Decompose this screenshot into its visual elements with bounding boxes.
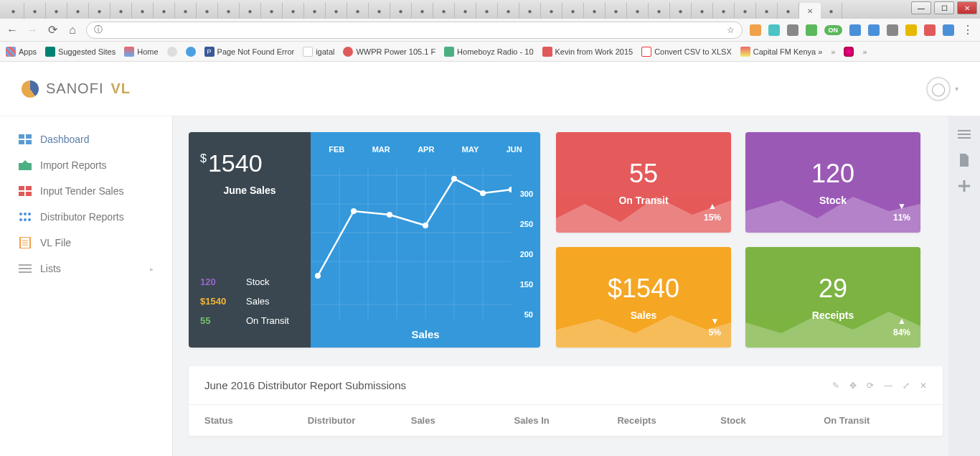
avatar[interactable]: ◯	[926, 77, 951, 101]
bookmark[interactable]: Convert CSV to XLSX	[641, 47, 732, 57]
col-header[interactable]: On Transit	[824, 415, 927, 426]
browser-tab[interactable]: ●	[3, 3, 24, 19]
col-header[interactable]: Distributor	[308, 415, 411, 426]
browser-tab[interactable]: ●	[175, 3, 197, 19]
browser-tab[interactable]: ●	[778, 3, 799, 19]
col-header[interactable]: Sales In	[514, 415, 618, 426]
url-input[interactable]: ⓘ ☆	[86, 22, 743, 39]
browser-tab[interactable]: ●	[821, 3, 842, 19]
stat-card-transit[interactable]: 55 On Transit ▲15%	[556, 132, 731, 233]
browser-tab[interactable]: ●	[412, 3, 433, 19]
browser-tab[interactable]: ●	[347, 3, 369, 19]
move-icon[interactable]: ✥	[849, 381, 857, 391]
browser-tab[interactable]: ●	[154, 3, 175, 19]
avatar-caret-icon[interactable]: ▾	[955, 85, 958, 93]
bookmark[interactable]	[167, 47, 177, 57]
browser-tab[interactable]: ●	[562, 3, 584, 19]
menu-icon[interactable]: ⋮	[961, 24, 974, 37]
brand[interactable]: SANOFI VL	[22, 80, 131, 98]
browser-tab[interactable]: ●	[304, 3, 326, 19]
browser-tab[interactable]: ●	[24, 3, 46, 19]
browser-tab[interactable]: ●	[541, 3, 562, 19]
browser-tab[interactable]: ●	[735, 3, 756, 19]
minimize-icon[interactable]: —	[884, 381, 892, 391]
browser-tab[interactable]: ●	[240, 3, 261, 19]
browser-tab[interactable]: ●	[89, 3, 110, 19]
browser-tab[interactable]: ●	[713, 3, 735, 19]
rail-list-icon[interactable]	[956, 128, 972, 141]
close-icon[interactable]: ✕	[920, 381, 927, 391]
browser-tab-active[interactable]: ✕	[799, 3, 821, 19]
browser-tab[interactable]: ●	[756, 3, 778, 19]
bookmark[interactable]: igatal	[303, 47, 334, 57]
ext-icon[interactable]	[943, 24, 954, 36]
bookmark[interactable]: Capital FM Kenya »	[740, 47, 823, 57]
sidebar-item-dashboard[interactable]: Dashboard	[0, 126, 172, 152]
browser-tab[interactable]: ●	[283, 3, 304, 19]
browser-tab[interactable]: ●	[519, 3, 541, 19]
browser-tab[interactable]: ●	[132, 3, 154, 19]
expand-icon[interactable]: ⤢	[903, 381, 910, 391]
ext-icon[interactable]	[905, 24, 917, 36]
col-header[interactable]: Status	[204, 415, 308, 426]
ext-icon[interactable]	[849, 24, 861, 36]
rail-plus-icon[interactable]	[956, 180, 972, 192]
browser-tab[interactable]: ●	[218, 3, 240, 19]
sidebar-item-vlfile[interactable]: VL File	[0, 230, 172, 256]
ext-icon[interactable]	[806, 24, 817, 36]
col-header[interactable]: Stock	[720, 415, 824, 426]
ext-icon[interactable]	[787, 24, 798, 36]
browser-tab[interactable]: ●	[433, 3, 455, 19]
star-icon[interactable]: ☆	[727, 25, 735, 35]
stat-card-receipts[interactable]: 29 Receipts ▲84%	[745, 247, 920, 348]
bookmark[interactable]: Kevin from Work 2015	[542, 47, 633, 57]
sidebar-item-lists[interactable]: Lists ▸	[0, 256, 172, 281]
browser-tab[interactable]: ●	[197, 3, 218, 19]
bookmark[interactable]	[844, 47, 854, 57]
reload-icon[interactable]: ⟳	[46, 24, 59, 37]
browser-tab[interactable]: ●	[606, 3, 627, 19]
browser-tab[interactable]: ●	[692, 3, 713, 19]
browser-tab[interactable]: ●	[369, 3, 390, 19]
browser-tab[interactable]: ●	[46, 3, 67, 19]
apps-bookmark[interactable]: Apps	[6, 47, 37, 57]
browser-tab[interactable]: ●	[649, 3, 670, 19]
stat-card-stock[interactable]: 120 Stock ▼11%	[745, 132, 920, 233]
bookmark[interactable]: Suggested Sites	[45, 47, 116, 57]
browser-tab[interactable]: ●	[261, 3, 283, 19]
browser-tab[interactable]: ●	[498, 3, 519, 19]
bookmark[interactable]: Homeboyz Radio - 10	[444, 47, 533, 57]
browser-tab[interactable]: ●	[627, 3, 649, 19]
ext-icon[interactable]	[924, 24, 936, 36]
ext-icon[interactable]	[868, 24, 880, 36]
stat-card-sales[interactable]: $1540 Sales ▼5%	[556, 247, 731, 348]
maximize-button[interactable]: ☐	[934, 1, 954, 14]
browser-tab[interactable]: ●	[326, 3, 347, 19]
browser-tab[interactable]: ●	[476, 3, 498, 19]
col-header[interactable]: Receipts	[617, 415, 720, 426]
browser-tab[interactable]: ●	[455, 3, 476, 19]
edit-icon[interactable]: ✎	[832, 381, 839, 391]
browser-tab[interactable]: ●	[390, 3, 412, 19]
rail-file-icon[interactable]	[956, 154, 972, 167]
browser-tab[interactable]: ●	[670, 3, 692, 19]
home-icon[interactable]: ⌂	[66, 24, 79, 37]
ext-icon[interactable]	[768, 24, 780, 36]
col-header[interactable]: Sales	[411, 415, 514, 426]
ext-toggle[interactable]: ON	[824, 25, 843, 35]
browser-tab[interactable]: ●	[67, 3, 89, 19]
browser-tab[interactable]: ●	[110, 3, 132, 19]
sidebar-item-import[interactable]: Import Reports	[0, 152, 172, 178]
forward-icon[interactable]: →	[26, 24, 39, 37]
bookmark[interactable]: WWPR Power 105.1 F	[343, 47, 435, 57]
info-icon[interactable]: ⓘ	[94, 24, 103, 36]
ext-icon[interactable]	[887, 24, 898, 36]
close-button[interactable]: ✕	[957, 1, 977, 14]
sidebar-item-distributor[interactable]: Distributor Reports	[0, 204, 172, 230]
back-icon[interactable]: ←	[6, 24, 19, 37]
bookmark[interactable]	[186, 47, 196, 57]
refresh-icon[interactable]: ⟳	[867, 381, 874, 391]
bookmark[interactable]: Home	[124, 47, 158, 57]
ext-icon[interactable]	[750, 24, 761, 36]
minimize-button[interactable]: —	[911, 1, 931, 14]
